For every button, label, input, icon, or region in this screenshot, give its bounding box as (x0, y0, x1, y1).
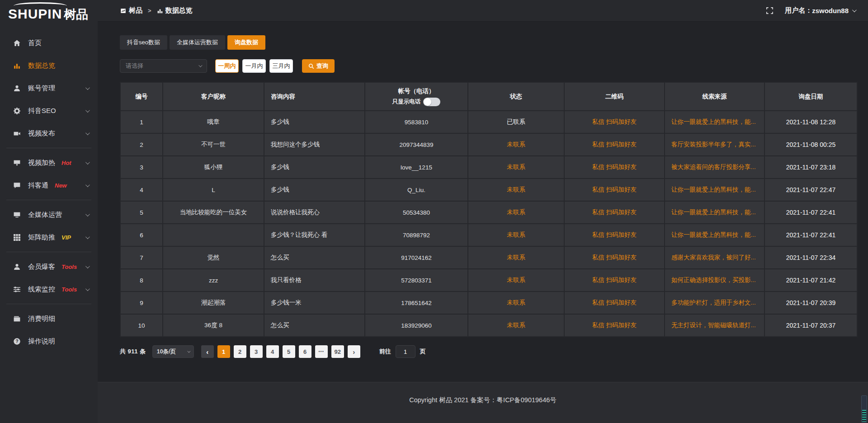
cell-qrcode-link[interactable]: 私信 扫码加好友 (564, 224, 665, 246)
sidebar-item-member-burst[interactable]: 会员爆客 Tools (0, 255, 98, 278)
chevron-down-icon (85, 85, 90, 90)
column-header-account-title: 帐号（电话） (365, 87, 467, 95)
question-icon: ? (13, 337, 21, 346)
cell-source-link[interactable]: 让你一眼就爱上的黑科技，能... (665, 179, 764, 201)
sidebar-item-consumption-detail[interactable]: 消费明细 (0, 307, 98, 330)
chevron-down-icon (85, 212, 90, 216)
cell-status: 未联系 (468, 269, 564, 291)
cell-source-link[interactable]: 让你一眼就爱上的黑科技，能... (665, 111, 764, 133)
period-quarter-button[interactable]: 三月内 (269, 59, 293, 73)
tab-douyin-seo-data[interactable]: 抖音seo数据 (120, 35, 167, 50)
cell-date: 2021-11-07 23:18 (764, 156, 857, 179)
cell-source-link[interactable]: 让你一眼就爱上的黑科技，能... (665, 224, 764, 246)
cell-qrcode-link[interactable]: 私信 扫码加好友 (564, 291, 665, 314)
breadcrumb-root[interactable]: 树品 (129, 6, 142, 15)
cell-nickname: 潮起潮落 (163, 291, 264, 314)
table-row: 2 不可一世 我想问这个多少钱 2097344839 未联系 私信 扫码加好友 … (120, 133, 857, 156)
cell-source-link[interactable]: 感谢大家喜欢我家，被问了好... (665, 246, 764, 269)
cell-content: 多少钱 (264, 111, 365, 133)
more-pages-button[interactable]: ••• (315, 345, 328, 358)
cell-source-link[interactable]: 多功能护栏灯，适用于乡村文... (665, 291, 764, 314)
cell-source-link[interactable]: 如何正确选择投影仪，买投影... (665, 269, 764, 291)
floating-widget[interactable] (861, 395, 867, 423)
sliders-icon (13, 285, 21, 294)
sidebar-item-video-publish[interactable]: 视频发布 (0, 122, 98, 145)
screen-icon (13, 159, 21, 167)
chat-icon (13, 181, 21, 190)
page-size-select[interactable]: 10条/页 (152, 345, 194, 358)
tab-omnimedia-data[interactable]: 全媒体运营数据 (170, 35, 225, 50)
cell-no: 8 (120, 269, 163, 291)
grid-icon (13, 233, 21, 242)
cell-nickname: 不可一世 (163, 133, 264, 156)
sidebar-item-home[interactable]: 首页 (0, 32, 98, 54)
sidebar-item-data-overview[interactable]: 数据总览 (0, 54, 98, 77)
period-week-button[interactable]: 一周内 (215, 59, 239, 73)
sidebar-item-label: 数据总览 (28, 61, 55, 70)
sidebar-item-label: 账号管理 (28, 84, 55, 93)
prev-page-button[interactable]: ‹ (201, 345, 214, 358)
logo: SHUPIN树品 (0, 0, 98, 28)
sidebar-item-matrix-boost[interactable]: 矩阵助推 VIP (0, 226, 98, 249)
sidebar-item-lead-monitor[interactable]: 线索监控 Tools (0, 278, 98, 301)
phone-only-toggle[interactable] (423, 98, 440, 106)
breadcrumb: 树品 > 数据总览 (120, 6, 193, 15)
table-row: 8 zzz 我只看价格 572803371 未联系 私信 扫码加好友 如何正确选… (120, 269, 857, 291)
cell-source-link[interactable]: 被大家追着问的客厅投影分享... (665, 156, 764, 179)
cell-account: 183929060 (365, 314, 468, 337)
cell-qrcode-link[interactable]: 私信 扫码加好友 (564, 269, 665, 291)
cell-qrcode-link[interactable]: 私信 扫码加好友 (564, 314, 665, 337)
cell-no: 1 (120, 111, 163, 133)
goto-page-input[interactable] (396, 345, 415, 358)
user-menu[interactable]: 用户名： zswodun88 (785, 6, 855, 15)
sidebar-item-douketong[interactable]: 抖客通 New (0, 174, 98, 197)
sidebar-item-label: 操作说明 (28, 337, 55, 346)
tab-inquiry-data[interactable]: 询盘数据 (227, 35, 265, 50)
cell-account: Q_Liu. (365, 179, 468, 201)
cell-qrcode-link[interactable]: 私信 扫码加好友 (564, 111, 665, 133)
sidebar-item-label: 抖客通 (28, 181, 48, 190)
cell-nickname: 哦章 (163, 111, 264, 133)
cell-nickname: 狐小狸 (163, 156, 264, 179)
main-content: 抖音seo数据 全媒体运营数据 询盘数据 请选择 一周内 一月内 三月内 查询 … (98, 22, 868, 382)
page-button-2[interactable]: 2 (234, 345, 246, 358)
cell-date: 2021-11-07 22:34 (764, 246, 857, 269)
page-button-5[interactable]: 5 (283, 345, 295, 358)
cell-source-link[interactable]: 客厅安装投影半年多了，真实... (665, 133, 764, 156)
username-value: zswodun88 (812, 7, 849, 14)
cell-source-link[interactable]: 让你一眼就爱上的黑科技，能... (665, 201, 764, 224)
cell-qrcode-link[interactable]: 私信 扫码加好友 (564, 133, 665, 156)
page-button-92[interactable]: 92 (331, 345, 344, 358)
chevron-down-icon (187, 349, 190, 352)
sidebar-item-video-heat[interactable]: 视频加热 Hot (0, 151, 98, 174)
page-button-4[interactable]: 4 (266, 345, 279, 358)
page-button-3[interactable]: 3 (250, 345, 263, 358)
account-select[interactable]: 请选择 (120, 59, 207, 73)
sidebar-divider (6, 200, 91, 200)
cell-qrcode-link[interactable]: 私信 扫码加好友 (564, 156, 665, 179)
cell-source-link[interactable]: 无主灯设计，智能磁吸轨道灯... (665, 314, 764, 337)
page-button-1[interactable]: 1 (217, 345, 230, 358)
sidebar-item-omnimedia[interactable]: 全媒体运营 (0, 203, 98, 226)
copyright-text: Copyright 树品 2021 备案号：粤ICP备09019646号 (409, 396, 557, 423)
table-row: 5 当地比较能吃的一位美女 说说价格让我死心 50534380 未联系 私信 扫… (120, 201, 857, 224)
chevron-down-icon (85, 264, 90, 268)
cell-date: 2021-11-07 22:47 (764, 179, 857, 201)
next-page-button[interactable]: › (348, 345, 360, 358)
cell-qrcode-link[interactable]: 私信 扫码加好友 (564, 246, 665, 269)
period-month-button[interactable]: 一月内 (242, 59, 266, 73)
cell-status: 未联系 (468, 246, 564, 269)
cell-qrcode-link[interactable]: 私信 扫码加好友 (564, 179, 665, 201)
cell-nickname: L (163, 179, 264, 201)
cell-nickname: zzz (163, 269, 264, 291)
chevron-down-icon (85, 160, 90, 164)
sidebar-item-account-management[interactable]: 账号管理 (0, 77, 98, 99)
cell-qrcode-link[interactable]: 私信 扫码加好友 (564, 201, 665, 224)
page-button-6[interactable]: 6 (299, 345, 311, 358)
page-size-value: 10条/页 (157, 348, 176, 356)
sidebar-item-operation-guide[interactable]: ? 操作说明 (0, 330, 98, 352)
search-button[interactable]: 查询 (302, 59, 335, 73)
cell-date: 2021-11-08 12:28 (764, 111, 857, 133)
fullscreen-icon[interactable] (766, 7, 773, 14)
sidebar-item-douyin-seo[interactable]: 抖音SEO (0, 99, 98, 122)
